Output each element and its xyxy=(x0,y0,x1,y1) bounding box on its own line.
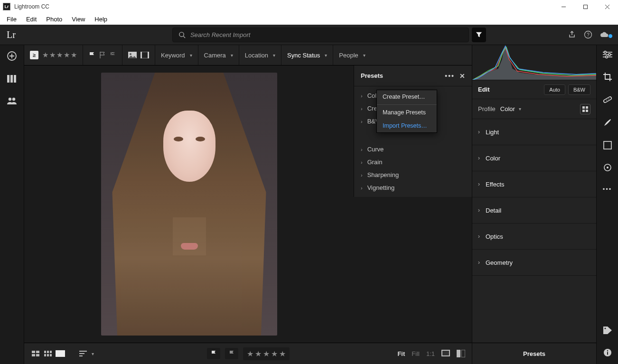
app-topbar: Lr Search Recent Import ? xyxy=(0,25,618,45)
menu-file[interactable]: File xyxy=(2,16,21,23)
histogram[interactable] xyxy=(472,45,596,80)
preset-group-grain[interactable]: ›Grain xyxy=(354,156,472,168)
show-original-button[interactable] xyxy=(441,350,450,358)
keyword-filter[interactable]: Keyword▾ xyxy=(155,45,198,65)
sort-button[interactable]: ▾ xyxy=(79,351,94,356)
section-geometry[interactable]: ›Geometry xyxy=(472,250,596,276)
svg-rect-16 xyxy=(36,351,39,353)
svg-rect-6 xyxy=(10,75,13,83)
svg-rect-32 xyxy=(586,110,588,112)
rating-mode-icon: ≥ xyxy=(30,51,38,59)
menu-manage-presets[interactable]: Manage Presets xyxy=(377,106,437,119)
window-maximize-button[interactable] xyxy=(574,0,596,13)
sync-status-filter[interactable]: Sync Status▾ xyxy=(281,45,333,65)
svg-rect-42 xyxy=(607,352,608,355)
compare-button[interactable] xyxy=(457,350,465,357)
svg-point-39 xyxy=(607,167,609,168)
grid-view-button[interactable] xyxy=(31,350,40,357)
zoom-1to1[interactable]: 1:1 xyxy=(426,350,435,357)
section-color[interactable]: ›Color xyxy=(472,145,596,171)
flag-pick-button[interactable] xyxy=(207,348,220,359)
cloud-sync-icon[interactable] xyxy=(596,31,612,38)
svg-rect-30 xyxy=(586,106,588,109)
zoom-fit[interactable]: Fit xyxy=(397,350,405,357)
profile-browser-button[interactable] xyxy=(580,104,590,114)
filter-funnel-button[interactable] xyxy=(472,28,486,42)
menu-edit[interactable]: Edit xyxy=(21,16,41,23)
menu-photo[interactable]: Photo xyxy=(41,16,67,23)
chevron-right-icon: › xyxy=(478,129,480,135)
camera-filter[interactable]: Camera▾ xyxy=(198,45,239,65)
rating-stars[interactable]: ★★★★★ xyxy=(42,51,77,59)
menu-import-presets[interactable]: Import Presets… xyxy=(377,119,437,132)
people-filter[interactable]: People▾ xyxy=(333,45,371,65)
section-effects[interactable]: ›Effects xyxy=(472,171,596,197)
profile-select[interactable]: Color▾ xyxy=(500,105,521,112)
rate-stars[interactable]: ★★★★★ xyxy=(243,347,290,360)
media-filter[interactable] xyxy=(122,45,155,65)
chevron-right-icon: › xyxy=(361,172,363,178)
preset-group-vignetting[interactable]: ›Vignetting xyxy=(354,181,472,194)
location-filter[interactable]: Location▾ xyxy=(239,45,281,65)
chevron-down-icon: ▾ xyxy=(92,351,94,356)
zoom-fill[interactable]: Fill xyxy=(412,350,420,357)
search-input[interactable]: Search Recent Import xyxy=(172,28,469,42)
flag-filter[interactable] xyxy=(83,45,122,65)
radial-gradient-button[interactable] xyxy=(603,163,612,173)
svg-text:?: ? xyxy=(587,32,590,37)
more-tools-button[interactable]: ••• xyxy=(603,186,612,193)
section-light[interactable]: ›Light xyxy=(472,119,596,145)
window-close-button[interactable] xyxy=(596,0,618,13)
rating-filter[interactable]: ≥ ★★★★★ xyxy=(24,45,83,65)
info-button[interactable] xyxy=(603,348,612,358)
svg-rect-20 xyxy=(47,351,49,353)
svg-point-1 xyxy=(179,32,184,36)
window-titlebar: Lr Lightroom CC xyxy=(0,0,618,13)
svg-point-33 xyxy=(604,51,606,54)
square-grid-button[interactable] xyxy=(43,350,53,357)
sharing-button[interactable] xyxy=(7,96,17,105)
photo-type-icon xyxy=(128,52,137,58)
share-icon[interactable] xyxy=(564,30,580,39)
chevron-right-icon: › xyxy=(478,207,480,214)
menu-help[interactable]: Help xyxy=(90,16,112,23)
chevron-down-icon: ▾ xyxy=(190,53,192,58)
edit-title: Edit xyxy=(478,86,490,93)
flag-unflagged-icon xyxy=(99,51,106,59)
svg-rect-28 xyxy=(461,350,465,357)
svg-rect-7 xyxy=(14,75,16,83)
brush-tool-button[interactable] xyxy=(603,118,612,129)
menu-create-preset[interactable]: Create Preset… xyxy=(377,90,437,103)
presets-footer-button[interactable]: Presets xyxy=(472,343,596,364)
chevron-right-icon: › xyxy=(478,181,480,187)
crop-tool-button[interactable] xyxy=(603,72,612,83)
keywords-button[interactable] xyxy=(603,326,612,336)
preset-group-curve[interactable]: ›Curve xyxy=(354,143,472,156)
my-photos-button[interactable] xyxy=(7,75,17,83)
section-optics[interactable]: ›Optics xyxy=(472,224,596,250)
linear-gradient-button[interactable] xyxy=(603,141,612,151)
detail-view-button[interactable] xyxy=(56,350,65,357)
app-logo-icon: Lr xyxy=(3,3,10,10)
svg-rect-13 xyxy=(140,52,142,58)
preset-group-sharpening[interactable]: ›Sharpening xyxy=(354,168,472,181)
edit-tool-button[interactable] xyxy=(603,51,612,60)
add-photos-button[interactable] xyxy=(7,51,17,61)
photo-canvas[interactable]: Presets ••• ✕ ›Color ›Creative ›B&W ›Cur… xyxy=(24,65,472,343)
menu-view[interactable]: View xyxy=(67,16,90,23)
window-minimize-button[interactable] xyxy=(552,0,574,13)
search-placeholder: Search Recent Import xyxy=(190,31,250,38)
svg-rect-14 xyxy=(148,52,149,58)
section-detail[interactable]: ›Detail xyxy=(472,197,596,224)
auto-button[interactable]: Auto xyxy=(544,84,565,95)
presets-close-button[interactable]: ✕ xyxy=(459,72,465,80)
chevron-down-icon: ▾ xyxy=(325,53,327,58)
svg-rect-37 xyxy=(604,141,611,149)
bw-button[interactable]: B&W xyxy=(568,84,590,95)
left-rail xyxy=(0,45,24,364)
heal-tool-button[interactable] xyxy=(603,95,612,105)
help-icon[interactable]: ? xyxy=(580,30,596,39)
svg-point-9 xyxy=(12,98,15,101)
flag-reject-button[interactable] xyxy=(225,348,238,359)
presets-menu-button[interactable]: ••• xyxy=(445,72,455,80)
